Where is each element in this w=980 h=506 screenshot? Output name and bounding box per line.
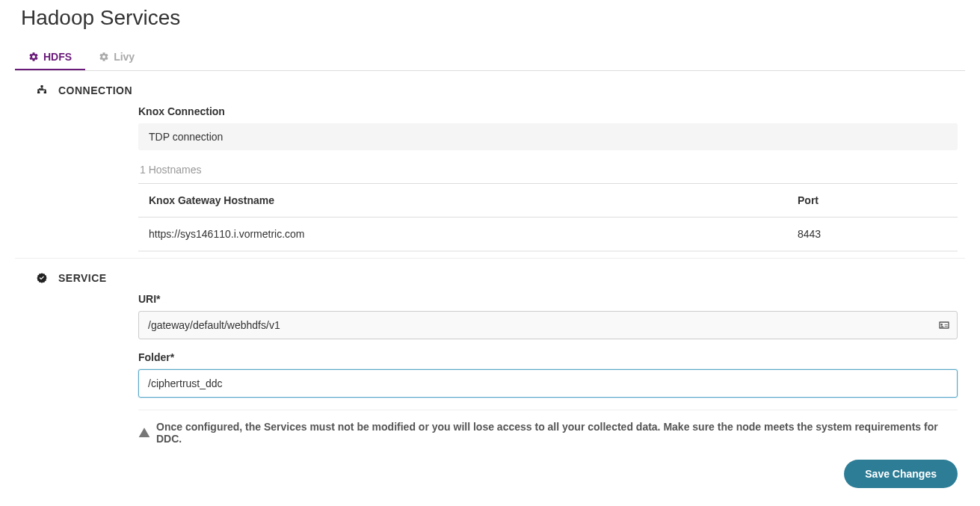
warning-icon [138,427,150,439]
svg-rect-5 [38,90,39,92]
folder-label: Folder* [138,351,958,363]
section-title: CONNECTION [58,84,132,96]
tab-hdfs[interactable]: HDFS [15,45,85,70]
col-hostname-header: Knox Gateway Hostname [149,194,798,206]
table-header: Knox Gateway Hostname Port [138,184,958,217]
col-port-header: Port [798,194,947,206]
svg-rect-0 [41,85,43,87]
gear-icon [99,52,109,62]
port-cell: 8443 [798,228,947,240]
check-badge-icon [36,272,48,284]
section-title: SERVICE [58,272,107,284]
svg-rect-4 [38,90,46,90]
svg-rect-6 [45,90,46,92]
service-section-header: SERVICE [15,259,965,293]
tab-label: Livy [114,51,135,63]
folder-input[interactable] [138,369,958,398]
uri-input[interactable] [138,311,958,339]
id-card-icon [938,319,950,331]
sitemap-icon [36,84,48,96]
hostnames-count: 1 Hostnames [138,161,958,183]
tab-livy[interactable]: Livy [85,45,148,70]
page-title: Hadoop Services [21,6,965,30]
knox-connection-value: TDP connection [138,123,958,150]
uri-label: URI* [138,293,958,305]
hostnames-table: Knox Gateway Hostname Port https://sys14… [138,183,958,252]
svg-rect-1 [37,91,40,93]
tabs-bar: HDFS Livy [15,45,965,71]
warning-message: Once configured, the Services must not b… [138,410,958,455]
table-row: https://sys146110.i.vormetric.com 8443 [138,217,958,251]
tab-label: HDFS [43,51,72,63]
connection-section-header: CONNECTION [15,71,965,105]
svg-rect-2 [44,91,46,93]
gear-icon [28,52,39,62]
save-changes-button[interactable]: Save Changes [844,460,958,488]
hostname-cell: https://sys146110.i.vormetric.com [149,228,798,240]
warning-text: Once configured, the Services must not b… [156,421,958,445]
knox-connection-label: Knox Connection [138,105,958,117]
